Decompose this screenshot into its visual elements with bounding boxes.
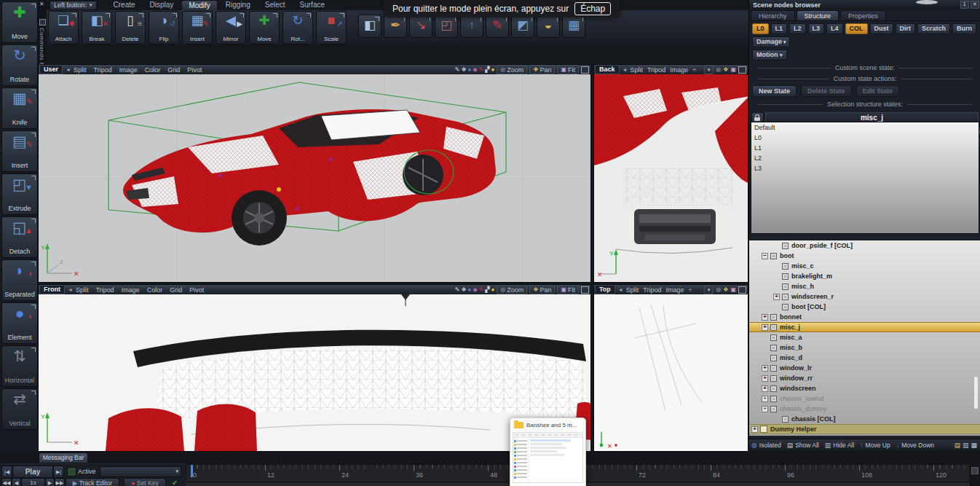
- viewport-label[interactable]: Back: [595, 65, 620, 74]
- go-start-button[interactable]: |◀: [1, 466, 12, 478]
- header-mode-icon[interactable]: ◆: [473, 286, 477, 294]
- zoom-button[interactable]: ◎Zoom: [497, 65, 527, 74]
- header-mode-icon[interactable]: ●: [468, 286, 472, 294]
- edit-state-button[interactable]: Edit State: [856, 85, 900, 97]
- viewport-menu-item[interactable]: Split: [76, 286, 89, 294]
- state-list-item[interactable]: L3: [751, 163, 979, 173]
- viewport-menu-item[interactable]: Split: [630, 66, 643, 74]
- state-list-item[interactable]: L0: [751, 133, 979, 143]
- surface-tool-icon[interactable]: ↑: [460, 15, 483, 38]
- explorer-thumbnail[interactable]: [513, 432, 583, 483]
- motion-dropdown[interactable]: Motion ▾: [752, 50, 787, 60]
- close-icon[interactable]: ✕: [971, 1, 979, 9]
- expander-icon[interactable]: [762, 406, 768, 412]
- tree-node[interactable]: door_pside_f [COL]: [749, 240, 980, 251]
- viewport-back-canvas[interactable]: Y ✕: [594, 74, 748, 282]
- zoom-button[interactable]: ◎Zoom: [497, 285, 527, 294]
- viewport-menu-item[interactable]: Color: [147, 286, 163, 294]
- header-mode-icon[interactable]: ▞: [485, 66, 489, 74]
- panel-tab[interactable]: Hierarchy: [751, 10, 795, 20]
- tree-node[interactable]: windscreen_r: [749, 291, 980, 302]
- tool-button[interactable]: ▦ ✎ Knife: [1, 87, 38, 129]
- viewport-top[interactable]: Top ◄ SplitTripodImage÷ ▾ ◎ ❖ ▣: [593, 284, 748, 452]
- expander-icon[interactable]: [762, 314, 768, 321]
- expander-icon[interactable]: [762, 324, 768, 331]
- surface-tool-icon[interactable]: ◒: [537, 15, 560, 38]
- state-button[interactable]: L3: [808, 23, 825, 34]
- pan-icon[interactable]: ❖: [723, 66, 728, 74]
- auto-key-icon[interactable]: ✔: [172, 479, 178, 486]
- viewport-menu-item[interactable]: Grid: [170, 286, 182, 294]
- tree-node[interactable]: bonnet: [749, 312, 980, 322]
- menu-tab[interactable]: Create: [107, 0, 142, 10]
- viewport-label[interactable]: Front: [39, 285, 65, 294]
- state-list-item[interactable]: Default: [751, 122, 979, 133]
- tree-node[interactable]: chassis_lowlod: [749, 393, 980, 404]
- viewport-top-canvas[interactable]: ✕: [594, 294, 748, 451]
- active-icon[interactable]: [67, 467, 76, 477]
- panel-tab[interactable]: Properties: [840, 10, 886, 20]
- tree-node[interactable]: misc_b: [749, 342, 980, 353]
- maximize-icon[interactable]: [738, 66, 746, 74]
- header-mode-icon[interactable]: ✎: [479, 286, 484, 294]
- maximize-icon[interactable]: [581, 286, 589, 294]
- tree-node[interactable]: misc_a: [749, 332, 980, 342]
- viewport-label[interactable]: User: [39, 65, 63, 74]
- menu-tab[interactable]: Rigging: [219, 0, 257, 10]
- tree-node[interactable]: windscreen: [749, 383, 980, 393]
- fit-icon[interactable]: ▣: [730, 66, 736, 74]
- viewport-menu-item[interactable]: ÷: [692, 66, 696, 74]
- maximize-icon[interactable]: [738, 286, 746, 294]
- toolbar-button[interactable]: ◧ ✕ Break: [82, 11, 112, 44]
- toolbar-button[interactable]: ◑ ↺ Flip: [149, 11, 179, 44]
- tree-node[interactable]: boot [COL]: [749, 302, 980, 312]
- toolbar-button[interactable]: ▯ ≡ Delete: [115, 11, 146, 44]
- menu-tab[interactable]: Modify: [181, 0, 217, 10]
- header-mode-icon[interactable]: ●: [468, 66, 472, 74]
- viewport-front[interactable]: Front ◄ SplitTripodImageColorGridPivot ✎…: [38, 284, 591, 452]
- menu-tab[interactable]: Select: [258, 0, 292, 10]
- delete-state-button[interactable]: Delete State: [801, 85, 852, 97]
- header-mode-icon[interactable]: ✎: [455, 66, 460, 74]
- tool-button[interactable]: ◰ ▼ Extrude: [1, 173, 38, 215]
- toolbar-button[interactable]: ■ ↗ Scale: [316, 11, 347, 44]
- collapse-arrow-icon[interactable]: ◄: [623, 67, 628, 72]
- state-button[interactable]: L4: [826, 23, 843, 34]
- timeline-playhead[interactable]: [191, 465, 193, 477]
- state-button[interactable]: Dirt: [896, 23, 916, 34]
- tool-button[interactable]: ▤ ✎ Insert: [1, 130, 38, 172]
- tree-scrollbar[interactable]: [974, 377, 978, 409]
- surface-tool-icon[interactable]: ◩: [511, 15, 534, 38]
- browser-list-icon[interactable]: ▦: [971, 442, 977, 449]
- viewport-menu-item[interactable]: Image: [670, 66, 688, 74]
- viewport-menu-item[interactable]: Image: [119, 66, 138, 74]
- state-button[interactable]: Damage: [752, 36, 790, 47]
- animation-dropdown[interactable]: ▾: [100, 466, 181, 477]
- surface-tool-icon[interactable]: ◧: [358, 15, 382, 38]
- surface-tool-icon[interactable]: ✒: [384, 15, 407, 38]
- new-state-button[interactable]: New State: [752, 85, 797, 97]
- view-options-dropdown[interactable]: ▾: [704, 285, 714, 294]
- tool-button[interactable]: ◗ ◖ Separated: [1, 259, 38, 301]
- messaging-bar-tab[interactable]: Messaging Bar: [39, 452, 88, 463]
- header-mode-icon[interactable]: ●: [491, 66, 494, 74]
- tool-button[interactable]: ● ◗ Element: [1, 302, 38, 344]
- toolbar-button[interactable]: ✚ Move: [249, 11, 280, 44]
- viewport-menu-item[interactable]: Pivot: [189, 286, 204, 294]
- viewport-menu-item[interactable]: Tripod: [95, 286, 114, 294]
- header-mode-icon[interactable]: ◆: [473, 66, 477, 74]
- tool-button[interactable]: ⇄ Vertical: [1, 388, 38, 430]
- state-list-item[interactable]: L1: [751, 143, 979, 153]
- viewport-menu-item[interactable]: Tripod: [647, 66, 665, 74]
- expander-icon[interactable]: [762, 365, 768, 372]
- viewport-menu-item[interactable]: Image: [122, 286, 140, 294]
- tree-node[interactable]: misc_c: [749, 261, 980, 271]
- surface-tool-icon[interactable]: ↘: [409, 15, 432, 38]
- pan-icon[interactable]: ❖: [723, 286, 728, 294]
- zoom-icon[interactable]: ◎: [716, 286, 721, 294]
- browser-list-icon[interactable]: ▥: [963, 442, 969, 449]
- viewport-menu-item[interactable]: Tripod: [643, 286, 661, 294]
- toolbar-button[interactable]: ◀ ▶ Mirror: [216, 11, 246, 44]
- state-button[interactable]: Burn: [952, 23, 976, 34]
- state-button[interactable]: COL: [845, 23, 868, 34]
